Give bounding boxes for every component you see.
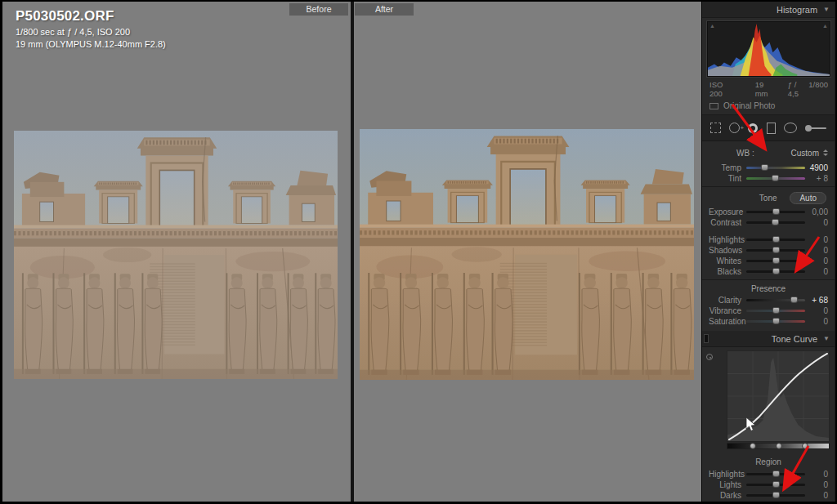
tone-curve-title: Tone Curve — [772, 334, 817, 344]
spot-removal-icon[interactable] — [729, 123, 740, 133]
highlights-slider[interactable] — [746, 239, 805, 241]
vibrance-label: Vibrance — [709, 306, 746, 315]
exif-iso: ISO 200 — [709, 80, 737, 98]
vibrance-slider-row: Vibrance 0 — [709, 306, 828, 315]
whites-label: Whites — [709, 256, 746, 265]
tc-darks-slider[interactable] — [746, 494, 805, 497]
tc-lights-slider-row: Lights 0 — [709, 479, 828, 489]
contrast-label: Contrast — [709, 218, 746, 227]
photo-info-overlay: P5030502.ORF 1/800 sec at ƒ / 4,5, ISO 2… — [16, 8, 166, 49]
tone-curve-panel-header[interactable]: Tone Curve ▼ — [702, 331, 835, 347]
tc-lights-value: 0 — [805, 480, 828, 489]
contrast-value: 0 — [805, 218, 828, 227]
wb-preset-value: Custom — [791, 149, 819, 158]
original-photo-icon — [709, 103, 718, 109]
wb-preset-dropdown[interactable]: Custom — [791, 149, 828, 158]
radial-filter-icon[interactable] — [784, 123, 797, 133]
tone-curve-editor — [702, 347, 835, 454]
saturation-slider-row: Saturation 0 — [709, 316, 828, 326]
histogram-collapse-icon[interactable]: ▼ — [823, 6, 830, 13]
temp-slider-row: Temp 4900 — [709, 163, 828, 172]
photo-lens-info: 19 mm (OLYMPUS M.12-40mm F2.8) — [16, 39, 166, 49]
saturation-label: Saturation — [709, 317, 746, 326]
adjustment-brush-icon[interactable] — [805, 125, 826, 132]
exposure-slider[interactable] — [746, 211, 805, 213]
whites-value: 0 — [805, 256, 828, 265]
after-view-label: After — [355, 3, 414, 16]
tc-darks-label: Darks — [709, 491, 746, 500]
before-view-label: Before — [289, 3, 348, 16]
wb-popup-icon — [823, 149, 828, 156]
tone-curve-collapse-icon[interactable]: ▼ — [823, 335, 830, 342]
pane-divider — [351, 2, 354, 504]
highlight-clipping-icon[interactable]: ▲ — [822, 23, 828, 29]
shadows-slider-row: Shadows 0 — [709, 245, 828, 255]
curve-split-strip — [727, 443, 830, 449]
photo-filename: P5030502.ORF — [16, 8, 166, 25]
saturation-value: 0 — [805, 317, 828, 326]
graduated-filter-icon[interactable] — [767, 123, 776, 134]
tc-highlights-label: Highlights — [709, 470, 746, 479]
exif-aperture: ƒ / 4,5 — [788, 80, 809, 98]
histogram-display[interactable]: ▲ ▲ — [707, 21, 830, 77]
lightroom-develop-window: Before P5030502.ORF 1/800 sec at ƒ / 4,5… — [0, 0, 837, 504]
blacks-slider-row: Blacks 0 — [709, 266, 828, 276]
tone-section-label: Tone — [746, 194, 790, 203]
tc-lights-label: Lights — [709, 480, 746, 489]
tc-shadows-label: Shadows — [709, 502, 746, 504]
clarity-slider[interactable] — [746, 299, 805, 301]
target-adjustment-icon[interactable] — [706, 354, 713, 360]
shadows-label: Shadows — [709, 246, 746, 255]
whites-slider-row: Whites 0 — [709, 256, 828, 265]
tc-highlights-slider-row: Highlights 0 — [709, 469, 828, 479]
original-photo-row[interactable]: Original Photo — [702, 98, 835, 115]
temp-label: Temp — [709, 163, 746, 172]
exif-shutter: 1/800 — [808, 80, 828, 98]
shadow-clipping-icon[interactable]: ▲ — [709, 23, 715, 29]
tint-value: + 8 — [805, 174, 828, 183]
vibrance-slider[interactable] — [746, 310, 805, 312]
presence-section-label: Presence — [709, 284, 828, 293]
wb-label: WB : — [736, 149, 754, 158]
red-eye-correction-icon[interactable] — [748, 123, 758, 133]
shadows-slider[interactable] — [746, 249, 805, 252]
panel-switch-icon[interactable] — [704, 334, 709, 343]
auto-tone-button[interactable]: Auto — [790, 192, 826, 204]
saturation-slider[interactable] — [746, 320, 805, 323]
before-photo[interactable] — [14, 131, 338, 379]
histogram-panel-header[interactable]: Histogram ▼ — [702, 2, 835, 18]
after-photo[interactable] — [360, 129, 694, 380]
contrast-slider-row: Contrast 0 — [709, 217, 828, 227]
tone-curve-region: Region Highlights 0 Lights 0 Darks 0 Sha… — [702, 457, 835, 504]
blacks-label: Blacks — [709, 267, 746, 276]
tc-highlights-slider[interactable] — [746, 473, 805, 475]
blacks-value: 0 — [805, 267, 828, 276]
original-photo-label: Original Photo — [723, 101, 775, 110]
tc-darks-slider-row: Darks 0 — [709, 490, 828, 500]
whites-slider[interactable] — [746, 260, 805, 262]
temp-slider[interactable] — [746, 167, 805, 169]
tint-slider-row: Tint + 8 — [709, 173, 828, 183]
clarity-slider-row: Clarity + 68 — [709, 295, 828, 305]
tc-lights-slider[interactable] — [746, 484, 805, 486]
exposure-label: Exposure — [709, 207, 746, 216]
tone-curve-graph[interactable] — [727, 350, 830, 442]
shadows-value: 0 — [805, 246, 828, 255]
vibrance-value: 0 — [805, 306, 828, 315]
exposure-slider-row: Exposure 0,00 — [709, 207, 828, 216]
tint-slider[interactable] — [746, 177, 805, 180]
highlights-value: 0 — [805, 235, 828, 244]
split-point-handle-shadows[interactable] — [750, 443, 756, 449]
split-point-handle-mid[interactable] — [776, 443, 782, 449]
histogram-graph — [708, 22, 830, 76]
clarity-value: + 68 — [805, 296, 828, 305]
blacks-slider[interactable] — [746, 270, 805, 273]
highlights-slider-row: Highlights 0 — [709, 234, 828, 244]
crop-overlay-icon[interactable] — [710, 123, 721, 133]
tc-shadows-slider-row: Shadows 0 — [709, 501, 828, 504]
region-section-label: Region — [709, 457, 828, 466]
contrast-slider[interactable] — [746, 221, 805, 224]
split-point-handle-highlights[interactable] — [802, 443, 808, 449]
tc-darks-value: 0 — [805, 491, 828, 500]
tc-shadows-value: 0 — [805, 502, 828, 504]
